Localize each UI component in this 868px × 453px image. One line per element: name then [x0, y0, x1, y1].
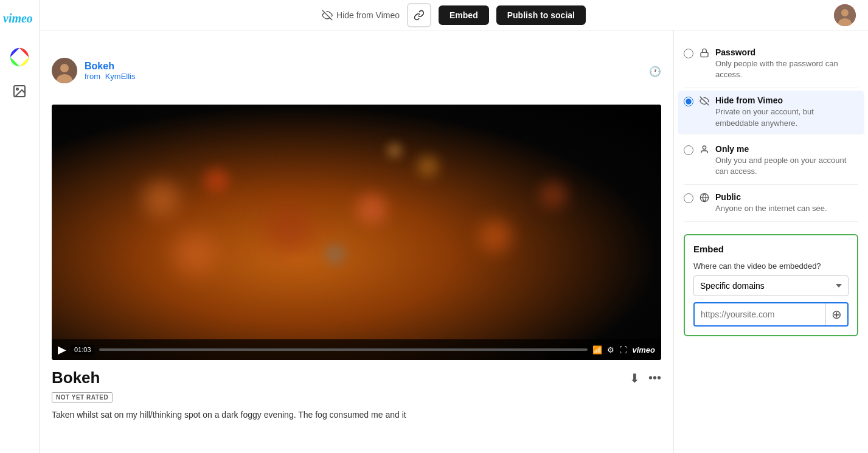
only-me-title: Only me — [715, 144, 858, 154]
play-button[interactable]: ▶ — [58, 343, 66, 356]
share-icon[interactable]: ✉ — [649, 87, 661, 99]
embed-add-button[interactable]: ⊕ — [825, 303, 847, 325]
sidebar: vimeo — [0, 0, 40, 453]
video-description: Taken whilst sat on my hill/thinking spo… — [52, 409, 661, 421]
control-icons: 📶 ⚙ ⛶ — [592, 345, 627, 354]
time-display: 01:03 — [71, 345, 94, 354]
video-section: Bokeh from KymEllis ♡ 🕐 ✉ — [40, 30, 673, 453]
only-me-radio[interactable] — [684, 145, 693, 155]
svg-point-7 — [841, 9, 849, 16]
only-me-icon — [700, 145, 709, 157]
embed-section: Embed Where can the video be embedded? S… — [684, 234, 858, 336]
uploader-avatar — [52, 58, 77, 83]
rating-badge: NOT YET RATED — [52, 392, 113, 403]
uploader-credit: from KymEllis — [85, 72, 135, 81]
image-icon[interactable] — [9, 80, 30, 102]
only-me-desc: Only you and people on your account can … — [715, 155, 858, 177]
video-player: ▶ 01:03 📶 ⚙ ⛶ vimeo — [52, 105, 661, 360]
embed-section-title: Embed — [693, 244, 849, 254]
privacy-password: Password Only people with the password c… — [684, 40, 858, 88]
embed-question: Where can the video be embedded? — [693, 261, 849, 271]
settings-icon[interactable]: ⚙ — [607, 345, 614, 354]
public-radio[interactable] — [684, 193, 693, 203]
svg-point-4 — [16, 88, 18, 90]
publish-button[interactable]: Publish to social — [496, 5, 586, 25]
privacy-only-me: Only me Only you and people on your acco… — [684, 137, 858, 185]
svg-point-10 — [60, 64, 69, 72]
hide-vimeo-content: Hide from Vimeo Private on your account,… — [715, 95, 858, 128]
content-area: Bokeh from KymEllis ♡ 🕐 ✉ — [40, 30, 868, 453]
svg-text:vimeo: vimeo — [3, 12, 33, 25]
embed-url-row: ⊕ — [693, 302, 849, 327]
password-content: Password Only people with the password c… — [715, 47, 858, 80]
hide-label: Hide from Vimeo — [336, 10, 400, 20]
vimeo-logo[interactable]: vimeo — [3, 12, 36, 28]
password-radio[interactable] — [684, 49, 693, 58]
from-label: from — [85, 72, 100, 81]
user-avatar[interactable] — [834, 4, 856, 26]
link-button[interactable] — [407, 3, 431, 27]
hide-from-vimeo-btn[interactable]: Hide from Vimeo — [322, 10, 400, 21]
password-desc: Only people with the password can access… — [715, 58, 858, 80]
bokeh-effect — [52, 105, 661, 360]
header: Hide from Vimeo Embed Publish to social — [40, 0, 868, 30]
video-meta-bar: Bokeh from KymEllis ♡ 🕐 ✉ — [52, 43, 661, 99]
hide-vimeo-title: Hide from Vimeo — [715, 95, 858, 105]
svg-point-14 — [703, 146, 706, 149]
color-wheel-icon[interactable] — [9, 46, 30, 68]
fullscreen-icon[interactable]: ⛶ — [619, 345, 627, 354]
hide-vimeo-radio[interactable] — [684, 97, 693, 106]
video-meta-info: Bokeh from KymEllis — [85, 61, 135, 81]
public-content: Public Anyone on the internet can see. — [715, 192, 827, 214]
more-options-icon[interactable]: ••• — [648, 371, 661, 386]
embed-url-input[interactable] — [695, 305, 825, 324]
public-desc: Anyone on the internet can see. — [715, 203, 827, 214]
title-actions: ⬇ ••• — [630, 371, 661, 386]
video-action-icons: ♡ 🕐 ✉ — [649, 43, 661, 99]
clock-icon[interactable]: 🕐 — [649, 66, 661, 77]
public-title: Public — [715, 192, 827, 202]
main-content: Hide from Vimeo Embed Publish to social — [40, 0, 868, 453]
download-icon[interactable]: ⬇ — [630, 371, 640, 386]
svg-point-2 — [16, 54, 23, 61]
hide-vimeo-desc: Private on your account, but embeddable … — [715, 106, 858, 128]
vimeo-watermark: vimeo — [632, 345, 655, 354]
below-video: Bokeh ⬇ ••• NOT YET RATED Taken whilst s… — [52, 368, 661, 421]
right-panel: Password Only people with the password c… — [673, 30, 868, 453]
video-title: Bokeh — [52, 368, 622, 387]
uploader-name[interactable]: KymEllis — [105, 72, 136, 81]
heart-icon[interactable]: ♡ — [649, 43, 661, 56]
embed-button[interactable]: Embed — [439, 5, 489, 25]
progress-bar[interactable] — [99, 348, 588, 351]
svg-rect-12 — [701, 52, 708, 57]
privacy-public: Public Anyone on the internet can see. — [684, 185, 858, 222]
password-icon — [700, 48, 709, 60]
hide-vimeo-icon — [700, 96, 709, 108]
uploader-video-title[interactable]: Bokeh — [85, 61, 135, 72]
video-controls-bar: ▶ 01:03 📶 ⚙ ⛶ vimeo — [52, 339, 661, 360]
public-icon — [700, 193, 709, 205]
video-title-row: Bokeh ⬇ ••• — [52, 368, 661, 387]
video-thumbnail — [52, 105, 661, 360]
embed-domains-select[interactable]: Specific domains Anywhere Nowhere — [693, 275, 849, 296]
password-title: Password — [715, 47, 858, 57]
volume-icon[interactable]: 📶 — [592, 345, 602, 354]
privacy-hide-vimeo: Hide from Vimeo Private on your account,… — [678, 91, 864, 134]
only-me-content: Only me Only you and people on your acco… — [715, 144, 858, 177]
